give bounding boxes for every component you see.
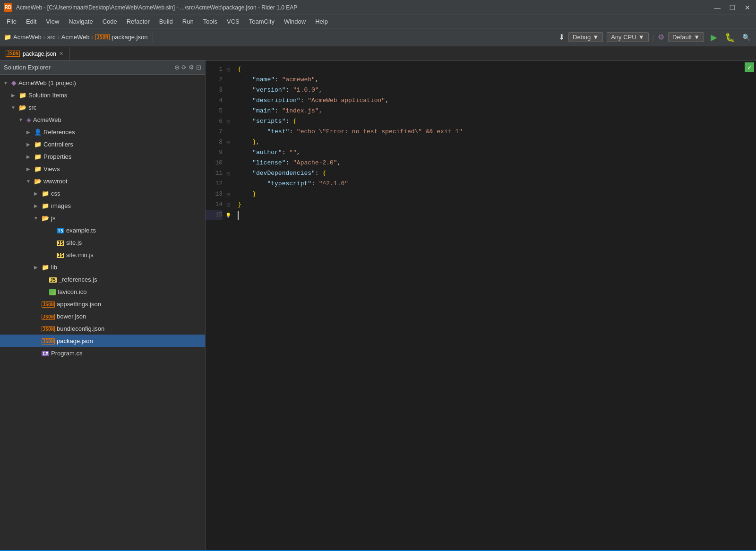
sidebar-icon-4[interactable]: ⊡ [196, 64, 201, 71]
menu-navigate[interactable]: Navigate [64, 17, 97, 26]
tree-item-css[interactable]: 📁 css [0, 187, 205, 199]
sidebar-header-icons: ⊕ ⟳ ⚙ ⊡ [174, 64, 201, 71]
main-layout: Solution Explorer ⊕ ⟳ ⚙ ⊡ ◆ AcmeWeb (1 p… [0, 60, 756, 550]
file-ts-icon: TS [57, 227, 64, 234]
breadcrumb-acmeweb2[interactable]: AcmeWeb [61, 34, 90, 41]
sidebar-title: Solution Explorer [4, 64, 51, 71]
cpu-label: Any CPU [611, 34, 636, 41]
folder-images-icon: 📁 [42, 202, 49, 209]
menu-refactor[interactable]: Refactor [122, 17, 155, 26]
site-js-label: site.js [66, 239, 82, 246]
config-dropdown[interactable]: Default ▼ [668, 32, 704, 42]
editor-content[interactable]: 1 2 3 4 5 6 7 8 9 10 11 12 13 14 15 [206, 60, 756, 550]
views-label: Views [43, 165, 60, 172]
menu-view[interactable]: View [41, 17, 64, 26]
menu-window[interactable]: Window [279, 17, 310, 26]
program-cs-label: Program.cs [51, 350, 82, 357]
tree-item-references[interactable]: 👤 References [0, 126, 205, 138]
tab-label: package.json [23, 51, 56, 57]
gutter-4 [224, 95, 232, 106]
tab-package-json[interactable]: JSON package.json ✕ [0, 47, 69, 60]
tree-item-js[interactable]: 📂 js [0, 212, 205, 224]
tree-item-lib[interactable]: 📁 lib [0, 261, 205, 273]
tree-arrow-favicon [40, 288, 47, 295]
debug-run-icon: 🐛 [725, 32, 735, 43]
menu-code[interactable]: Code [98, 17, 122, 26]
gutter-10 [224, 158, 232, 168]
tree-item-images[interactable]: 📁 images [0, 199, 205, 212]
sidebar: Solution Explorer ⊕ ⟳ ⚙ ⊡ ◆ AcmeWeb (1 p… [0, 60, 206, 550]
tree-item-references-js[interactable]: JS _references.js [0, 273, 205, 285]
sidebar-icon-2[interactable]: ⟳ [181, 64, 187, 71]
minimize-button[interactable]: — [713, 4, 722, 11]
fold-1[interactable]: ⊟ [224, 64, 232, 75]
tree-item-views[interactable]: 📁 Views [0, 163, 205, 175]
tree-item-controllers[interactable]: 📁 Controllers [0, 138, 205, 150]
tree-item-src[interactable]: 📂 src [0, 101, 205, 113]
fold-8[interactable]: ⊟ [224, 137, 232, 147]
menu-run[interactable]: Run [178, 17, 198, 26]
tree-item-favicon[interactable]: favicon.ico [0, 285, 205, 298]
solution-icon: ◆ [11, 79, 17, 86]
gutter-5 [224, 106, 232, 116]
debug-run-button[interactable]: 🐛 [724, 31, 736, 43]
tree-item-wwwroot[interactable]: 📂 wwwroot [0, 175, 205, 187]
fold-13[interactable]: ⊟ [224, 189, 232, 199]
toolbar-separator-1 [153, 32, 153, 43]
file-js-icon-2: JS [57, 251, 64, 258]
sidebar-icon-1[interactable]: ⊕ [174, 64, 180, 71]
appsettings-label: appsettings.json [57, 301, 101, 308]
menu-edit[interactable]: Edit [21, 17, 41, 26]
menu-file[interactable]: File [2, 17, 21, 26]
breadcrumb-src[interactable]: src [47, 34, 55, 41]
menu-vcs[interactable]: VCS [222, 17, 244, 26]
tree-item-bower[interactable]: JSON bower.json [0, 310, 205, 322]
breadcrumb-acmeweb[interactable]: AcmeWeb [13, 34, 42, 41]
tree-item-acmeweb-project[interactable]: ◈ AcmeWeb [0, 113, 205, 126]
site-min-js-label: site.min.js [66, 251, 94, 258]
tree-item-example-ts[interactable]: TS example.ts [0, 224, 205, 236]
code-editor[interactable]: { "name": "acmeweb", "version": "1.0.0",… [234, 60, 756, 550]
title-bar-text: AcmeWeb - [C:\Users\maart\Desktop\AcmeWe… [16, 4, 709, 11]
file-json-icon-2: JSON [42, 313, 55, 320]
maximize-button[interactable]: ❐ [728, 4, 737, 11]
tree-item-properties[interactable]: 📁 Properties [0, 150, 205, 163]
tree-arrow-acmeweb [17, 116, 25, 123]
tree-item-site-js[interactable]: JS site.js [0, 236, 205, 249]
bower-label: bower.json [57, 313, 86, 320]
controllers-label: Controllers [43, 141, 73, 148]
tree-item-package-json[interactable]: JSON package.json [0, 335, 205, 347]
run-button[interactable]: ▶ [708, 31, 720, 43]
wwwroot-label: wwwroot [43, 178, 68, 185]
fold-11[interactable]: ⊟ [224, 168, 232, 179]
search-button[interactable]: 🔍 [740, 31, 752, 43]
tree-item-site-min-js[interactable]: JS site.min.js [0, 249, 205, 261]
gutter-7 [224, 127, 232, 137]
tree-arrow-solution [2, 79, 9, 86]
pipe-sep: | [653, 34, 654, 41]
tree-item-bundleconfig[interactable]: JSON bundleconfig.json [0, 322, 205, 335]
menu-help[interactable]: Help [310, 17, 333, 26]
config-icon: ⚙ [658, 33, 664, 42]
file-js-icon-3: JS [49, 276, 57, 283]
solution-label: AcmeWeb (1 project) [18, 79, 76, 86]
tree-item-solution[interactable]: ◆ AcmeWeb (1 project) [0, 77, 205, 89]
tree-item-program-cs[interactable]: C# Program.cs [0, 347, 205, 359]
tabs-row: JSON package.json ✕ [0, 46, 756, 60]
menu-build[interactable]: Build [155, 17, 178, 26]
tab-close-button[interactable]: ✕ [59, 51, 63, 57]
menu-teamcity[interactable]: TeamCity [244, 17, 279, 26]
tree-item-solution-items[interactable]: 📁 Solution Items [0, 89, 205, 101]
menu-tools[interactable]: Tools [198, 17, 222, 26]
fold-14[interactable]: ⊟ [224, 199, 232, 210]
tree-arrow-references [25, 128, 32, 136]
breadcrumb-package-json[interactable]: package.json [112, 34, 148, 41]
folder-controllers-icon: 📁 [34, 141, 42, 148]
cpu-dropdown[interactable]: Any CPU ▼ [607, 32, 648, 42]
close-button[interactable]: ✕ [743, 4, 752, 11]
debug-dropdown[interactable]: Debug ▼ [568, 32, 603, 42]
fold-6[interactable]: ⊟ [224, 116, 232, 127]
tree-item-appsettings[interactable]: JSON appsettings.json [0, 298, 205, 310]
sidebar-icon-3[interactable]: ⚙ [189, 64, 194, 71]
file-json-icon-3: JSON [42, 325, 55, 332]
